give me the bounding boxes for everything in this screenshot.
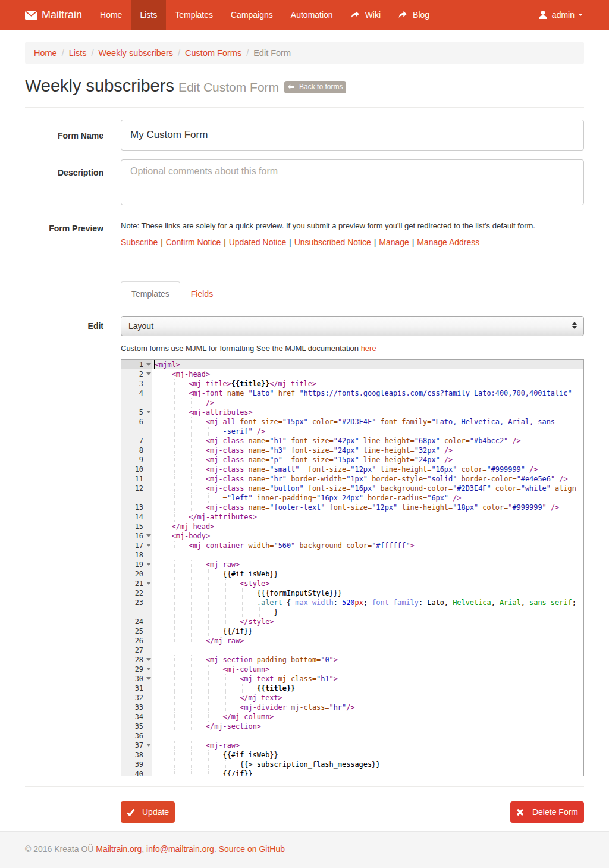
indent-guide xyxy=(174,636,175,645)
indent-guide xyxy=(191,417,192,427)
breadcrumb-link[interactable]: Home xyxy=(34,48,57,58)
code-token: > xyxy=(334,675,338,683)
update-button[interactable]: Update xyxy=(121,801,175,823)
preview-link-subscribe[interactable]: Subscribe xyxy=(121,237,158,247)
code-token: "Lato" xyxy=(249,389,274,397)
preview-link-confirm-notice[interactable]: Confirm Notice xyxy=(166,237,221,247)
code-token: <mj-class xyxy=(155,503,244,512)
fold-caret-icon[interactable] xyxy=(146,363,151,366)
code-line: {{> subscription_flash_messages}} xyxy=(155,760,583,769)
nav-item-home[interactable]: Home xyxy=(91,0,131,30)
layout-select[interactable]: Layout xyxy=(121,316,584,336)
indent-guide xyxy=(174,626,175,636)
code-token: {{title}} xyxy=(231,380,269,388)
code-token: "footer-text" xyxy=(269,503,325,512)
footer-link-info-mailtrain-org[interactable]: info@mailtrain.org xyxy=(146,844,214,854)
code-token: {{/if}} xyxy=(155,770,253,776)
footer-link-mailtrain-org[interactable]: Mailtrain.org xyxy=(96,844,142,854)
code-token xyxy=(244,446,248,455)
fold-caret-icon[interactable] xyxy=(146,668,151,670)
brand-link[interactable]: Mailtrain xyxy=(25,0,91,30)
user-menu[interactable]: admin xyxy=(531,0,584,30)
nav-item-templates[interactable]: Templates xyxy=(166,0,222,30)
indent-guide xyxy=(191,750,192,760)
code-token: name= xyxy=(249,437,270,445)
code-line: {{#if isWeb}} xyxy=(155,750,583,760)
nav-item-blog[interactable]: Blog xyxy=(390,0,438,30)
nav-item-wiki[interactable]: Wiki xyxy=(342,0,390,30)
editor-line-number: 20 xyxy=(121,569,152,579)
indent-guide xyxy=(174,455,175,465)
code-token xyxy=(244,503,248,512)
fold-caret-icon[interactable] xyxy=(146,372,151,375)
fold-caret-icon[interactable] xyxy=(146,677,151,680)
code-token: <mj-class xyxy=(155,446,244,455)
code-token: "24px" xyxy=(334,446,359,455)
code-token: font-size= xyxy=(329,503,372,512)
footer-link-source-on-github[interactable]: Source on GitHub xyxy=(219,844,285,854)
indent-guide xyxy=(242,684,243,693)
preview-link-updated-notice[interactable]: Updated Notice xyxy=(229,237,287,247)
code-token: px xyxy=(355,598,363,607)
code-token: -serif" xyxy=(155,427,257,435)
code-editor[interactable]: 1234567891011121314151617181920212223242… xyxy=(121,359,584,776)
code-token: ; xyxy=(363,598,372,607)
code-token: /> xyxy=(512,437,520,445)
breadcrumb-link[interactable]: Custom Forms xyxy=(185,48,241,58)
code-token: color= xyxy=(482,503,508,512)
code-token: color= xyxy=(495,484,521,493)
nav-item-automation[interactable]: Automation xyxy=(282,0,342,30)
indent-guide xyxy=(191,626,192,636)
description-textarea[interactable] xyxy=(121,159,584,205)
page-title: Weekly subscribersEdit Custom FormBack t… xyxy=(25,76,584,98)
arrow-up-icon xyxy=(572,322,577,325)
code-token xyxy=(359,446,363,455)
fold-caret-icon[interactable] xyxy=(146,744,151,747)
fold-caret-icon[interactable] xyxy=(146,582,151,585)
code-line: <mj-raw> xyxy=(155,741,583,750)
code-token xyxy=(244,541,248,550)
indent-guide xyxy=(174,712,175,722)
tab-templates[interactable]: Templates xyxy=(121,281,180,306)
code-line: /> xyxy=(155,398,583,408)
breadcrumb-link[interactable]: Lists xyxy=(69,48,87,58)
code-token: "6px" xyxy=(427,494,448,502)
fold-caret-icon[interactable] xyxy=(146,411,151,413)
delete-form-button[interactable]: Delete Form xyxy=(510,801,584,823)
form-preview-row: Form Preview Note: These links are solel… xyxy=(25,216,584,247)
indent-guide xyxy=(191,503,192,512)
code-token: align xyxy=(555,484,576,493)
form-name-input[interactable] xyxy=(121,120,584,151)
indent-guide xyxy=(242,598,243,607)
fold-caret-icon[interactable] xyxy=(146,658,151,661)
fold-caret-icon[interactable] xyxy=(146,534,151,537)
code-line: <mj-all font-size="15px" color="#2D3E4F"… xyxy=(155,417,583,427)
code-token: font-size= xyxy=(240,418,282,426)
code-token: {{> subscription_flash_messages}} xyxy=(155,760,380,769)
tab-fields[interactable]: Fields xyxy=(180,281,224,306)
code-line: <mj-body> xyxy=(155,531,583,541)
indent-guide xyxy=(191,760,192,769)
breadcrumb-current: Edit Form xyxy=(253,48,291,58)
fold-caret-icon[interactable] xyxy=(146,563,151,566)
mjml-doc-link[interactable]: here xyxy=(361,344,376,353)
code-line: -serif" /> xyxy=(155,427,583,436)
code-token: "p" xyxy=(269,456,282,464)
user-label: admin xyxy=(552,10,575,20)
editor-line-number: 34 xyxy=(121,712,152,722)
editor-line-number: 9 xyxy=(121,455,152,465)
nav-item-lists[interactable]: Lists xyxy=(131,0,166,30)
back-to-forms-button[interactable]: Back to forms xyxy=(284,81,346,93)
fold-caret-icon[interactable] xyxy=(146,544,151,547)
code-token: border-style= xyxy=(372,475,427,483)
code-token xyxy=(359,456,363,464)
preview-link-unsubscribed-notice[interactable]: Unsubscribed Notice xyxy=(294,237,371,247)
code-token: font-family xyxy=(372,598,419,607)
code-token: name= xyxy=(249,446,270,455)
nav-item-campaigns[interactable]: Campaigns xyxy=(222,0,282,30)
indent-guide xyxy=(242,588,243,598)
preview-link-manage-address[interactable]: Manage Address xyxy=(417,237,479,247)
preview-link-manage[interactable]: Manage xyxy=(379,237,409,247)
breadcrumb-link[interactable]: Weekly subscribers xyxy=(99,48,173,58)
code-token: "15px" xyxy=(334,456,359,464)
